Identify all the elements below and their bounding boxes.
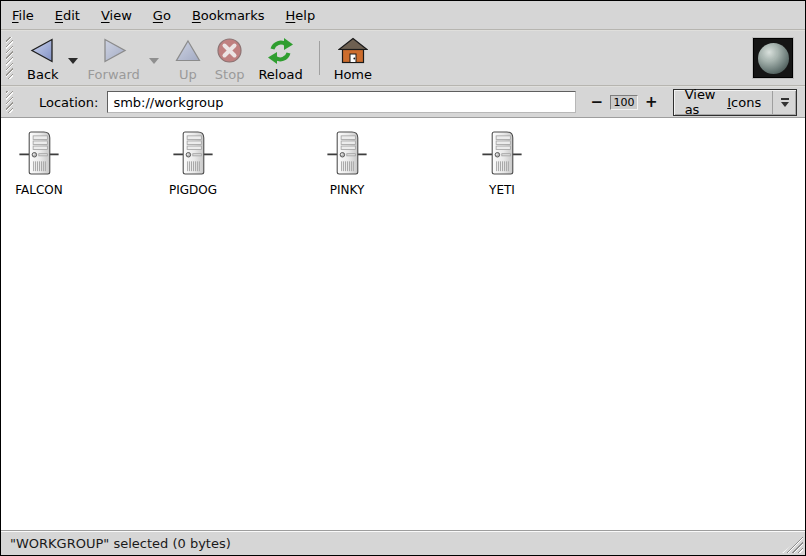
resize-grip[interactable] xyxy=(782,536,803,553)
forward-icon xyxy=(99,34,129,67)
menu-file[interactable]: File xyxy=(12,8,34,23)
home-button[interactable]: Home xyxy=(327,33,379,83)
home-label: Home xyxy=(334,67,372,82)
locationbar-drag-handle[interactable] xyxy=(6,91,13,113)
status-bar: "WORKGROUP" selected (0 bytes) xyxy=(1,530,805,555)
toolbar: Back Forward Up xyxy=(1,31,805,85)
menu-view[interactable]: View xyxy=(101,8,132,23)
menu-edit[interactable]: Edit xyxy=(55,8,80,23)
stop-icon xyxy=(216,34,243,67)
file-item-falcon[interactable]: FALCON xyxy=(1,129,77,197)
location-input[interactable] xyxy=(107,91,575,113)
forward-history-dropdown[interactable] xyxy=(147,39,162,83)
back-label: Back xyxy=(27,67,59,82)
throbber xyxy=(753,38,793,78)
file-item-label: FALCON xyxy=(15,183,63,197)
back-icon xyxy=(28,34,58,67)
toolbar-separator xyxy=(319,41,320,75)
location-bar: Location: − 100 + View as Icons xyxy=(1,87,805,117)
file-item-yeti[interactable]: YETI xyxy=(464,129,540,197)
home-icon xyxy=(338,34,368,67)
file-item-pinky[interactable]: PINKY xyxy=(309,129,385,197)
file-item-pigdog[interactable]: PIGDOG xyxy=(155,129,231,197)
stop-button[interactable]: Stop xyxy=(208,33,252,83)
view-as-dropdown[interactable]: View as Icons xyxy=(673,89,797,116)
back-history-dropdown[interactable] xyxy=(66,39,81,83)
view-as-label: View as Icons xyxy=(674,90,773,115)
reload-label: Reload xyxy=(258,67,302,82)
location-label: Location: xyxy=(39,95,98,110)
file-item-label: YETI xyxy=(489,183,515,197)
zoom-level-indicator[interactable]: 100 xyxy=(610,95,638,110)
reload-button[interactable]: Reload xyxy=(251,33,309,83)
status-text: "WORKGROUP" selected (0 bytes) xyxy=(10,536,231,551)
stop-label: Stop xyxy=(215,67,245,82)
zoom-in-button[interactable]: + xyxy=(645,95,658,110)
menu-go[interactable]: Go xyxy=(153,8,171,23)
file-manager-window: File Edit View Go Bookmarks Help Back Fo… xyxy=(0,0,806,556)
network-server-icon xyxy=(327,129,367,182)
zoom-out-button[interactable]: − xyxy=(591,95,604,110)
reload-icon xyxy=(266,34,295,67)
forward-button[interactable]: Forward xyxy=(81,33,147,83)
file-item-label: PIGDOG xyxy=(169,183,217,197)
menu-help[interactable]: Help xyxy=(286,8,316,23)
toolbar-drag-handle[interactable] xyxy=(6,37,13,79)
chevron-down-icon xyxy=(149,58,159,64)
menubar: File Edit View Go Bookmarks Help xyxy=(1,1,805,29)
network-server-icon xyxy=(173,129,213,182)
menu-bookmarks[interactable]: Bookmarks xyxy=(192,8,265,23)
icon-view-pane[interactable]: FALCON PIGDOG xyxy=(1,117,805,530)
globe-sphere-icon xyxy=(758,43,789,74)
up-button[interactable]: Up xyxy=(168,33,208,83)
network-server-icon xyxy=(482,129,522,182)
chevron-down-icon xyxy=(68,58,78,64)
network-server-icon xyxy=(19,129,59,182)
up-label: Up xyxy=(179,67,197,82)
forward-label: Forward xyxy=(88,67,140,82)
up-icon xyxy=(175,34,201,67)
back-button[interactable]: Back xyxy=(20,33,66,83)
dropdown-arrow-icon xyxy=(773,90,796,115)
file-item-label: PINKY xyxy=(330,183,365,197)
zoom-controls: − 100 + xyxy=(591,95,658,110)
